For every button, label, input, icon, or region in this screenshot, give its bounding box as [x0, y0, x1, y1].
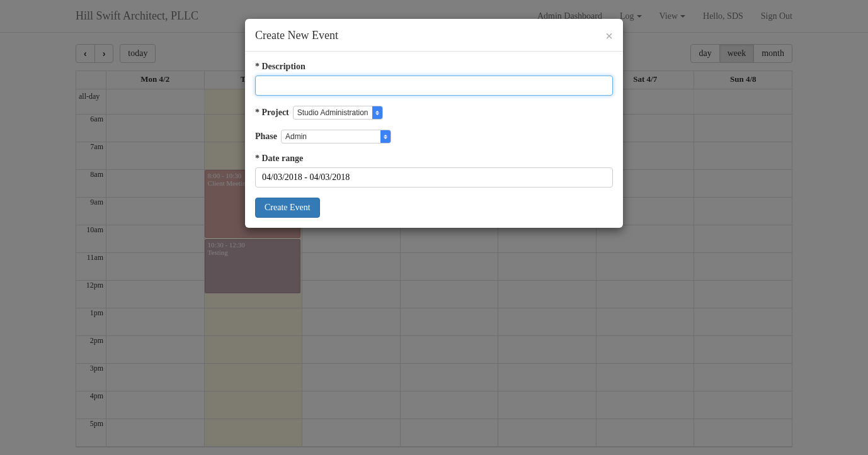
project-label-text: Project: [262, 108, 289, 117]
phase-label: Phase: [255, 132, 277, 142]
phase-select-value: Admin: [282, 132, 311, 141]
phase-select[interactable]: Admin: [281, 130, 391, 143]
modal-body: * Description * Project Studio Administr…: [245, 52, 623, 228]
create-event-modal: Create New Event × * Description * Proje…: [245, 19, 623, 228]
description-label: * Description: [255, 62, 306, 72]
project-group: * Project Studio Administration: [255, 106, 613, 120]
date-range-group: * Date range: [255, 154, 613, 188]
select-stepper-icon: [372, 106, 382, 119]
date-range-input[interactable]: [255, 167, 613, 188]
project-select-value: Studio Administration: [294, 108, 372, 117]
modal-header: Create New Event ×: [245, 19, 623, 52]
modal-title: Create New Event: [255, 29, 338, 42]
description-input[interactable]: [255, 76, 613, 96]
required-mark: *: [255, 154, 260, 163]
description-group: * Description: [255, 62, 613, 96]
select-stepper-icon: [380, 130, 391, 143]
date-range-label: * Date range: [255, 154, 303, 164]
description-label-text: Description: [262, 62, 306, 71]
project-label: * Project: [255, 108, 289, 118]
required-mark: *: [255, 108, 260, 117]
create-event-button[interactable]: Create Event: [255, 198, 320, 218]
project-select[interactable]: Studio Administration: [293, 106, 383, 120]
phase-group: Phase Admin: [255, 130, 613, 143]
required-mark: *: [255, 62, 260, 71]
close-icon[interactable]: ×: [605, 30, 613, 42]
date-range-label-text: Date range: [262, 154, 304, 163]
